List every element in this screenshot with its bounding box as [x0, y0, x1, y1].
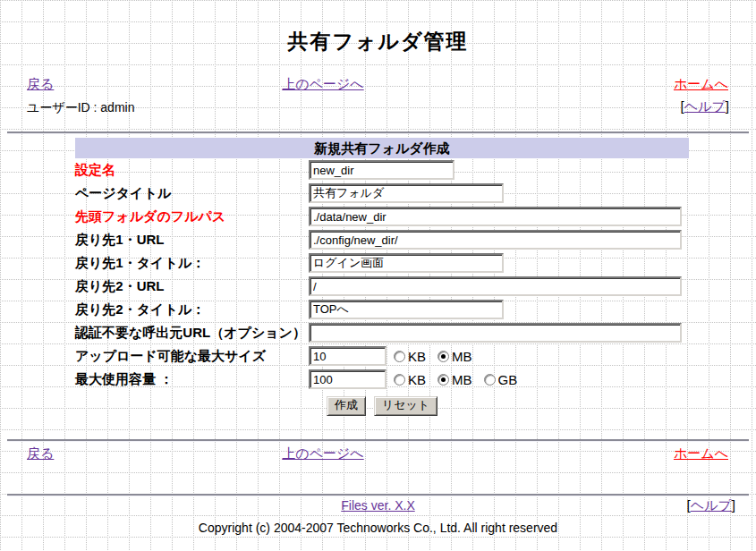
form-row-noauth-url: 認証不要な呼出元URL（オプション）: [75, 321, 689, 344]
home-link-bottom[interactable]: ホームへ: [674, 445, 728, 462]
divider-middle: [7, 439, 749, 442]
upload-unit-mb-radio[interactable]: [437, 351, 449, 362]
divider-top: [7, 131, 749, 134]
copyright-text: Copyright (c) 2004-2007 Technoworks Co.,…: [0, 521, 756, 535]
footer-version-row: Files ver. X.X: [0, 498, 756, 513]
help-link-top[interactable]: ヘルプ: [684, 98, 726, 114]
radio-item-kb: KB: [394, 349, 426, 364]
help-link-bottom[interactable]: ヘルプ: [691, 497, 732, 513]
return2-url-label: 戻り先2・URL: [75, 278, 309, 295]
help-link-bottom-box: [ヘルプ]: [687, 497, 735, 514]
home-link-top[interactable]: ホームへ: [674, 76, 728, 93]
new-shared-folder-form: 新規共有フォルダ作成 設定名 ページタイトル 先頭フォルダのフルパス 戻り先1・…: [75, 138, 689, 416]
user-id-text: ユーザーID : admin: [27, 100, 134, 116]
form-row-max-upload-size: アップロード可能な最大サイズ KB MB: [75, 344, 689, 368]
capacity-unit-kb-radio[interactable]: [394, 374, 405, 386]
up-page-link-bottom[interactable]: 上のページへ: [282, 445, 363, 462]
page-title-label: ページタイトル: [75, 185, 309, 202]
help-bracket-close: ]: [726, 98, 729, 114]
capacity-unit-mb-label: MB: [452, 372, 472, 387]
back-link-top[interactable]: 戻る: [27, 76, 54, 93]
max-upload-size-input[interactable]: [309, 346, 386, 366]
capacity-unit-kb-label: KB: [408, 372, 426, 387]
nav-top: 戻る 上のページへ ホームへ: [0, 76, 756, 92]
create-button[interactable]: 作成: [327, 396, 366, 416]
radio-item-gb: GB: [484, 372, 518, 387]
help-bracket-close: ]: [732, 497, 735, 513]
page-title-input[interactable]: [309, 183, 504, 203]
form-row-return2-url: 戻り先2・URL: [75, 275, 689, 298]
upload-unit-kb-label: KB: [408, 349, 426, 364]
up-page-link-top[interactable]: 上のページへ: [282, 76, 363, 93]
form-row-return2-title: 戻り先2・タイトル：: [75, 298, 689, 321]
form-header: 新規共有フォルダ作成: [75, 138, 689, 158]
return2-title-input[interactable]: [309, 300, 504, 319]
max-capacity-unit-radio-group: KB MB GB: [394, 372, 517, 387]
max-upload-unit-radio-group: KB MB: [394, 349, 472, 364]
form-row-page-title: ページタイトル: [75, 182, 689, 205]
capacity-unit-mb-radio[interactable]: [437, 374, 449, 386]
root-path-label: 先頭フォルダのフルパス: [75, 208, 309, 225]
return1-url-input[interactable]: [309, 230, 682, 250]
capacity-unit-gb-label: GB: [498, 372, 518, 387]
setting-name-input[interactable]: [309, 160, 454, 180]
return1-url-label: 戻り先1・URL: [75, 232, 309, 249]
radio-item-mb: MB: [437, 349, 472, 364]
noauth-url-input[interactable]: [309, 323, 682, 343]
radio-item-mb: MB: [437, 372, 472, 387]
max-capacity-label: 最大使用容量 ：: [75, 371, 309, 388]
nav-bottom: 戻る 上のページへ ホームへ: [0, 445, 756, 462]
form-row-setting-name: 設定名: [75, 158, 689, 182]
form-row-max-capacity: 最大使用容量 ： KB MB GB: [75, 368, 689, 391]
max-upload-size-label: アップロード可能な最大サイズ: [75, 348, 309, 365]
back-link-bottom[interactable]: 戻る: [27, 445, 54, 462]
return1-title-label: 戻り先1・タイトル：: [75, 255, 309, 272]
version-link[interactable]: Files ver. X.X: [341, 498, 414, 513]
form-button-row: 作成 リセット: [75, 396, 689, 416]
setting-name-label: 設定名: [75, 162, 309, 179]
form-row-root-path: 先頭フォルダのフルパス: [75, 205, 689, 228]
max-capacity-input[interactable]: [309, 369, 386, 389]
divider-bottom: [7, 494, 749, 496]
help-link-top-box: [ヘルプ]: [681, 98, 729, 115]
capacity-unit-gb-radio[interactable]: [484, 374, 496, 386]
upload-unit-kb-radio[interactable]: [394, 351, 405, 362]
form-row-return1-title: 戻り先1・タイトル：: [75, 251, 689, 275]
return2-title-label: 戻り先2・タイトル：: [75, 301, 309, 318]
radio-item-kb: KB: [394, 372, 426, 387]
form-row-return1-url: 戻り先1・URL: [75, 228, 689, 251]
noauth-url-label: 認証不要な呼出元URL（オプション）: [75, 325, 309, 342]
root-path-input[interactable]: [309, 207, 682, 226]
reset-button[interactable]: リセット: [374, 396, 437, 416]
page-title: 共有フォルダ管理: [0, 28, 756, 55]
upload-unit-mb-label: MB: [452, 349, 472, 364]
return2-url-input[interactable]: [309, 276, 682, 296]
return1-title-input[interactable]: [309, 253, 504, 273]
